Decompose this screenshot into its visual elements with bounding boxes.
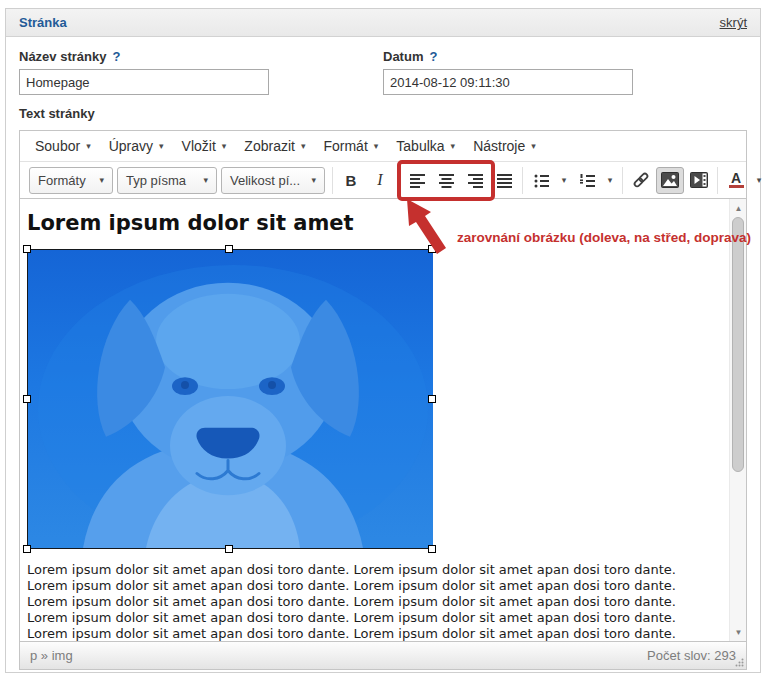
date-label: Datum [383,49,423,64]
formats-select[interactable]: Formáty ▾ [29,167,113,194]
align-left-button[interactable] [403,167,431,194]
align-center-button[interactable] [432,167,460,194]
toolbar-group-insert [622,167,717,194]
media-icon [690,172,708,188]
italic-button[interactable]: I [366,167,394,194]
chevron-down-icon: ▾ [86,142,91,151]
page-name-input[interactable] [19,69,269,95]
resize-handle-middle-left[interactable] [23,395,31,403]
numbered-list-caret[interactable]: ▾ [602,167,618,194]
menu-insert[interactable]: Vložit▾ [173,134,236,158]
menu-file[interactable]: Soubor▾ [26,134,100,158]
editor-scrollbar[interactable]: ▲ ▼ [729,199,746,641]
text-color-caret[interactable]: ▾ [751,167,766,194]
text-color-icon: A [729,172,744,188]
selected-image[interactable] [27,249,432,549]
link-button[interactable] [627,167,655,194]
link-icon [632,171,650,189]
resize-handle-bottom-left[interactable] [23,545,31,553]
chevron-down-icon: ▾ [451,142,456,151]
menu-view[interactable]: Zobrazit▾ [235,134,314,158]
date-label-row: Datum ? [383,47,747,65]
menu-tools[interactable]: Nástroje▾ [464,134,545,158]
page-name-field-group: Název stránky ? [19,47,383,95]
panel-title: Stránka [19,15,67,30]
element-path[interactable]: p » img [30,648,73,663]
content-heading: Lorem ipsum dolor sit amet [27,211,720,235]
chevron-down-icon: ▾ [99,176,104,185]
chevron-down-icon: ▾ [531,142,536,151]
italic-icon: I [377,171,382,189]
chevron-down-icon: ▾ [374,142,379,151]
media-button[interactable] [685,167,713,194]
menu-table[interactable]: Tabulka▾ [387,134,464,158]
fields-row: Název stránky ? Datum ? [19,47,747,95]
chevron-down-icon: ▾ [757,176,762,185]
editor-statusbar: p » img Počet slov: 293 [20,641,746,669]
resize-handle-top-left[interactable] [23,245,31,253]
page-panel: Stránka skrýt Název stránky ? Datum ? Te… [5,8,761,673]
image-button[interactable] [656,167,684,194]
bullet-list-caret[interactable]: ▾ [556,167,572,194]
scroll-down-icon[interactable]: ▼ [730,624,746,640]
chevron-down-icon: ▾ [608,176,613,185]
resize-handle-bottom-right[interactable] [428,545,436,553]
font-family-select[interactable]: Typ písma ▾ [117,167,217,194]
editor-toolbar: Formáty ▾ Typ písma ▾ Velikost pí... ▾ B… [20,162,746,199]
editor-menubar: Soubor▾ Úpravy▾ Vložit▾ Zobrazit▾ Formát… [20,131,746,162]
resize-handle-top-right[interactable] [428,245,436,253]
align-center-icon [438,172,455,189]
word-count: Počet slov: 293 [647,648,736,663]
chevron-down-icon: ▾ [301,142,306,151]
text-color-button[interactable]: A [722,167,750,194]
help-icon[interactable]: ? [112,49,120,64]
chevron-down-icon: ▾ [203,176,208,185]
page-text-label: Text stránky [19,106,747,124]
align-right-button[interactable] [461,167,489,194]
alignment-button-trio [403,167,489,194]
rich-text-editor: Soubor▾ Úpravy▾ Vložit▾ Zobrazit▾ Formát… [19,130,747,670]
scrollbar-thumb[interactable] [732,217,744,472]
scroll-up-icon[interactable]: ▲ [730,200,746,216]
date-input[interactable] [383,69,633,95]
toolbar-group-selects: Formáty ▾ Typ písma ▾ Velikost pí... ▾ [25,167,332,194]
hide-link[interactable]: skrýt [720,15,747,30]
chevron-down-icon: ▾ [311,176,316,185]
menu-format[interactable]: Formát▾ [314,134,387,158]
numbered-list-button[interactable] [573,167,601,194]
image-icon [661,172,679,188]
toolbar-group-colors: A ▾ A ▾ [717,167,766,194]
editor-content-area[interactable]: Lorem ipsum dolor sit amet [20,199,746,641]
justify-button[interactable] [490,167,518,194]
chevron-down-icon: ▾ [222,142,227,151]
bold-button[interactable]: B [337,167,365,194]
resize-handle-top-middle[interactable] [225,245,233,253]
chevron-down-icon: ▾ [159,142,164,151]
date-field-group: Datum ? [383,47,747,95]
page-name-label-row: Název stránky ? [19,47,383,65]
numbered-list-icon [579,172,596,189]
resize-handle-bottom-middle[interactable] [225,545,233,553]
content-paragraph: Lorem ipsum dolor sit amet apan dosi tor… [27,562,720,641]
menu-edit[interactable]: Úpravy▾ [100,134,173,158]
bullet-list-icon [533,172,550,189]
resize-grip-icon[interactable] [735,658,744,667]
toolbar-group-lists: ▾ ▾ [522,167,622,194]
align-right-icon [467,172,484,189]
panel-body: Název stránky ? Datum ? Text stránky Sou… [6,37,760,670]
chevron-down-icon: ▾ [562,176,567,185]
help-icon[interactable]: ? [429,49,437,64]
puppy-image [28,250,433,548]
resize-handle-middle-right[interactable] [428,395,436,403]
justify-icon [496,172,513,189]
panel-header: Stránka skrýt [6,9,760,37]
page-name-label: Název stránky [19,49,106,64]
bold-icon: B [346,172,357,189]
toolbar-group-basic: B I [332,167,398,194]
bullet-list-button[interactable] [527,167,555,194]
align-left-icon [409,172,426,189]
toolbar-group-align [398,167,522,194]
font-size-select[interactable]: Velikost pí... ▾ [221,167,325,194]
